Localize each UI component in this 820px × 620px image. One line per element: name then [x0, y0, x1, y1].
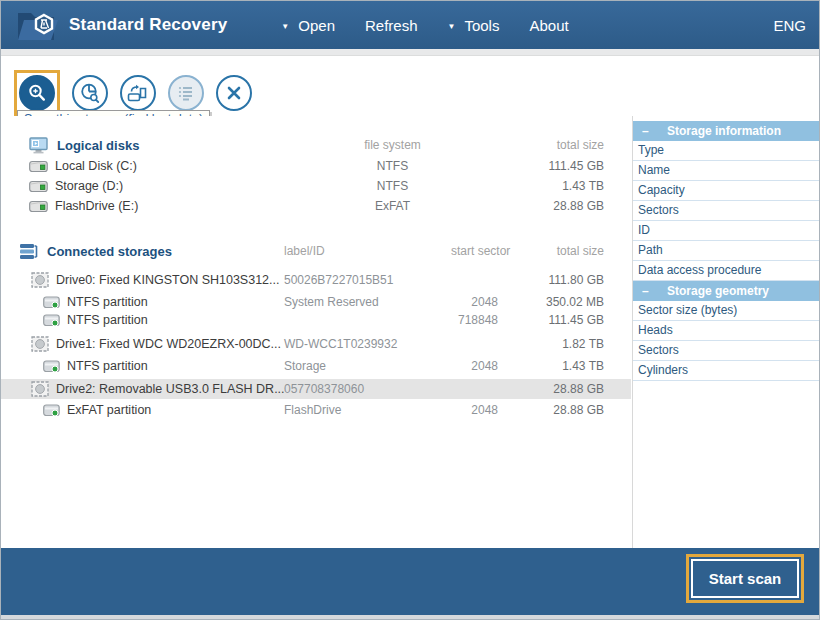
- start-scan-highlight: Start scan: [686, 554, 804, 603]
- column-header-total-size: total size: [484, 138, 604, 152]
- storage-total-size: 28.88 GB: [498, 403, 604, 417]
- disk-name: FlashDrive (E:): [55, 199, 138, 213]
- drive-icon: [31, 272, 49, 288]
- storage-drive-row[interactable]: Drive2: Removable USB3.0 FLASH DR...0577…: [1, 379, 631, 399]
- property-row: Capacity: [633, 181, 819, 201]
- menu-item-label: Refresh: [365, 17, 418, 34]
- chevron-down-icon: ▼: [448, 22, 456, 31]
- start-scan-button[interactable]: Start scan: [691, 559, 799, 598]
- menu-item-open[interactable]: ▼Open: [281, 17, 335, 34]
- collapse-icon[interactable]: –: [642, 124, 660, 138]
- storage-start-sector: 2048: [451, 359, 498, 373]
- partition-name: NTFS partition: [67, 359, 148, 373]
- drive-icon: [31, 381, 49, 397]
- magnifier-icon: [27, 83, 47, 103]
- storage-total-size: 28.88 GB: [498, 382, 604, 396]
- menu-item-about[interactable]: About: [529, 17, 568, 34]
- column-header-total-size: total size: [498, 244, 604, 258]
- partition-name: ExFAT partition: [67, 403, 151, 417]
- properties-list-button: [168, 75, 204, 111]
- property-row: Data access procedure: [633, 261, 819, 281]
- scan-storage-button[interactable]: [19, 75, 55, 111]
- disk-image-icon: [127, 82, 149, 104]
- menu-item-label: Open: [298, 17, 335, 34]
- sidebar-section-header: –Storage information: [633, 121, 819, 141]
- storage-start-sector: 2048: [451, 295, 498, 309]
- sidebar-section-header: –Storage geometry: [633, 281, 819, 301]
- storage-analysis-button[interactable]: [72, 75, 108, 111]
- storage-tree-panel: Logical disksfile systemtotal sizeLocal …: [1, 116, 631, 548]
- storage-partition-row[interactable]: NTFS partition718848111.45 GB: [1, 311, 631, 329]
- property-row: Cylinders: [633, 361, 819, 381]
- drive-name: Drive1: Fixed WDC WD20EZRX-00DC...: [56, 337, 281, 351]
- partition-name: NTFS partition: [67, 295, 148, 309]
- menu-item-tools[interactable]: ▼Tools: [448, 17, 500, 34]
- storage-total-size: 111.80 GB: [498, 273, 604, 287]
- storage-total-size: 1.43 TB: [498, 359, 604, 373]
- logical-disk-row[interactable]: Local Disk (C:)NTFS111.45 GB: [1, 156, 631, 176]
- logical-disks-header: Logical disksfile systemtotal size: [1, 134, 631, 156]
- property-row: Sectors: [633, 201, 819, 221]
- menu-item-label: About: [529, 17, 568, 34]
- logical-disk-row[interactable]: Storage (D:)NTFS1.43 TB: [1, 176, 631, 196]
- storage-partition-row[interactable]: NTFS partitionStorage20481.43 TB: [1, 357, 631, 375]
- section-title-logical-disks: Logical disks: [57, 138, 139, 153]
- property-row: Sector size (bytes): [633, 301, 819, 321]
- storage-properties-panel: –Storage informationTypeNameCapacitySect…: [632, 116, 819, 548]
- close-button[interactable]: [216, 75, 252, 111]
- partition-name: NTFS partition: [67, 313, 148, 327]
- title-bar: Standard Recovery ▼OpenRefresh▼ToolsAbou…: [1, 1, 819, 49]
- close-icon: [225, 84, 243, 102]
- storage-label-id: FlashDrive: [284, 403, 451, 417]
- property-row: Type: [633, 141, 819, 161]
- topbar-divider: [1, 49, 819, 56]
- storage-label-id: System Reserved: [284, 295, 451, 309]
- disk-total-size: 111.45 GB: [484, 159, 604, 173]
- partition-icon: [43, 314, 60, 327]
- property-row: Path: [633, 241, 819, 261]
- property-row: Heads: [633, 321, 819, 341]
- main-content: Logical disksfile systemtotal sizeLocal …: [1, 116, 819, 548]
- logical-disk-icon: [29, 160, 48, 173]
- property-row: ID: [633, 221, 819, 241]
- app-window: Standard Recovery ▼OpenRefresh▼ToolsAbou…: [0, 0, 820, 620]
- sidebar-section-title: Storage geometry: [667, 284, 769, 298]
- partition-icon: [43, 360, 60, 373]
- disk-total-size: 28.88 GB: [484, 199, 604, 213]
- property-row: Name: [633, 161, 819, 181]
- menu-bar: ▼OpenRefresh▼ToolsAbout: [281, 17, 568, 34]
- collapse-icon[interactable]: –: [642, 284, 660, 298]
- storage-total-size: 350.02 MB: [498, 295, 604, 309]
- storage-partition-row[interactable]: ExFAT partitionFlashDrive204828.88 GB: [1, 401, 631, 419]
- drive-name: Drive0: Fixed KINGSTON SH103S312...: [56, 273, 279, 287]
- storage-label-id: Storage: [284, 359, 451, 373]
- storage-label-id: 057708378060: [284, 382, 451, 396]
- partition-icon: [43, 404, 60, 417]
- drive-icon: [31, 336, 49, 352]
- menu-item-label: Tools: [464, 17, 499, 34]
- logical-disk-row[interactable]: FlashDrive (E:)ExFAT28.88 GB: [1, 196, 631, 216]
- disk-image-button[interactable]: [120, 75, 156, 111]
- column-header-start-sector: start sector: [451, 244, 498, 258]
- menu-item-refresh[interactable]: Refresh: [365, 17, 418, 34]
- connected-storages-header: Connected storageslabel/IDstart sectorto…: [1, 240, 631, 262]
- pie-chart-icon: [79, 82, 101, 104]
- storage-label-id: WD-WCC1T0239932: [284, 337, 451, 351]
- disk-total-size: 1.43 TB: [484, 179, 604, 193]
- app-logo-icon: [14, 5, 60, 45]
- storages-icon: [19, 243, 39, 260]
- disk-file-system: ExFAT: [301, 199, 484, 213]
- logical-disk-icon: [29, 180, 48, 193]
- app-title: Standard Recovery: [69, 15, 227, 35]
- logical-disk-icon: [29, 200, 48, 213]
- storage-drive-row[interactable]: Drive0: Fixed KINGSTON SH103S312...50026…: [1, 270, 631, 290]
- language-selector[interactable]: ENG: [773, 17, 806, 34]
- disk-name: Local Disk (C:): [55, 159, 137, 173]
- window-bottom-edge: [1, 615, 819, 619]
- disk-file-system: NTFS: [301, 159, 484, 173]
- storage-drive-row[interactable]: Drive1: Fixed WDC WD20EZRX-00DC...WD-WCC…: [1, 334, 631, 354]
- section-title-connected-storages: Connected storages: [47, 244, 172, 259]
- storage-partition-row[interactable]: NTFS partitionSystem Reserved2048350.02 …: [1, 293, 631, 311]
- footer-bar: Start scan: [1, 548, 819, 615]
- storage-start-sector: 2048: [451, 403, 498, 417]
